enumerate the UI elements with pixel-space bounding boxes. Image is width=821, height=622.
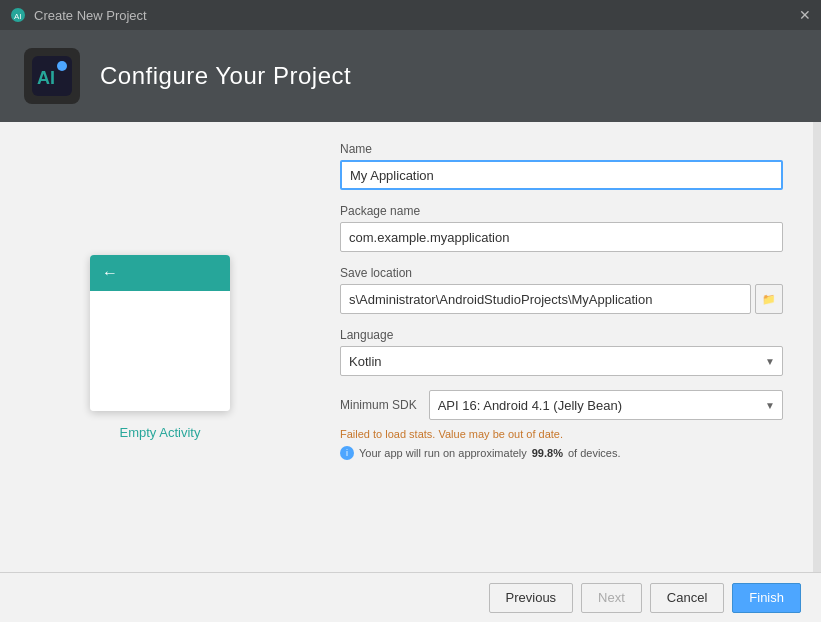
min-sdk-label: Minimum SDK — [340, 398, 417, 412]
left-panel: ← Empty Activity — [0, 122, 320, 572]
activity-preview: ← — [90, 255, 230, 411]
language-select-wrapper: Kotlin Java ▼ — [340, 346, 783, 376]
language-field-group: Language Kotlin Java ▼ — [340, 328, 783, 376]
info-text: i Your app will run on approximately 99.… — [340, 446, 783, 460]
window-title: Create New Project — [34, 8, 147, 23]
language-label: Language — [340, 328, 783, 342]
info-percentage: 99.8% — [532, 447, 563, 459]
svg-text:AI: AI — [37, 68, 55, 88]
warning-text: Failed to load stats. Value may be out o… — [340, 428, 783, 440]
main-content: ← Empty Activity Name Package name Save … — [0, 122, 821, 572]
previous-button[interactable]: Previous — [489, 583, 574, 613]
activity-preview-header: ← — [90, 255, 230, 291]
min-sdk-select-wrapper: API 16: Android 4.1 (Jelly Bean) API 17:… — [429, 390, 783, 420]
android-studio-icon: AI — [10, 7, 26, 23]
next-button[interactable]: Next — [581, 583, 642, 613]
save-location-input-row: 📁 — [340, 284, 783, 314]
back-arrow-icon: ← — [102, 264, 118, 282]
activity-label: Empty Activity — [120, 425, 201, 440]
activity-preview-body — [90, 291, 230, 411]
name-field-group: Name — [340, 142, 783, 190]
save-location-label: Save location — [340, 266, 783, 280]
title-bar: AI Create New Project ✕ — [0, 0, 821, 30]
finish-button[interactable]: Finish — [732, 583, 801, 613]
language-select[interactable]: Kotlin Java — [340, 346, 783, 376]
min-sdk-field-group: Minimum SDK API 16: Android 4.1 (Jelly B… — [340, 390, 783, 460]
save-location-input[interactable] — [340, 284, 751, 314]
package-field-group: Package name — [340, 204, 783, 252]
min-sdk-select[interactable]: API 16: Android 4.1 (Jelly Bean) API 17:… — [429, 390, 783, 420]
svg-text:AI: AI — [14, 12, 22, 21]
svg-point-4 — [57, 61, 67, 71]
info-suffix: of devices. — [568, 447, 621, 459]
cancel-button[interactable]: Cancel — [650, 583, 724, 613]
info-prefix: Your app will run on approximately — [359, 447, 527, 459]
info-icon: i — [340, 446, 354, 460]
footer: Previous Next Cancel Finish — [0, 572, 821, 622]
name-label: Name — [340, 142, 783, 156]
close-button[interactable]: ✕ — [799, 7, 811, 23]
folder-icon: 📁 — [762, 293, 776, 306]
scrollbar[interactable] — [813, 122, 821, 572]
save-location-field-group: Save location 📁 — [340, 266, 783, 314]
title-bar-left: AI Create New Project — [10, 7, 147, 23]
package-input[interactable] — [340, 222, 783, 252]
header: AI Configure Your Project — [0, 30, 821, 122]
name-input[interactable] — [340, 160, 783, 190]
android-logo-icon: AI — [32, 56, 72, 96]
header-title: Configure Your Project — [100, 62, 351, 90]
package-label: Package name — [340, 204, 783, 218]
header-logo: AI — [24, 48, 80, 104]
right-panel: Name Package name Save location 📁 Langua… — [320, 122, 813, 572]
browse-button[interactable]: 📁 — [755, 284, 783, 314]
min-sdk-row: Minimum SDK API 16: Android 4.1 (Jelly B… — [340, 390, 783, 420]
